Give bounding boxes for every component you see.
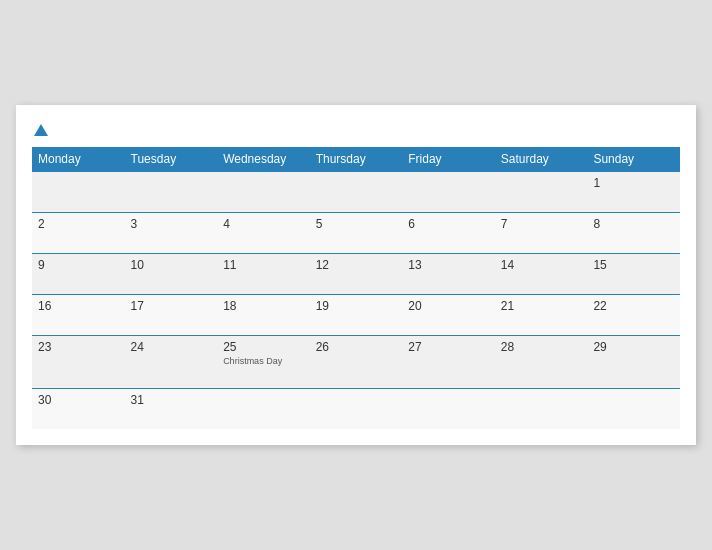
day-cell: 24	[125, 336, 218, 389]
day-cell: 28	[495, 336, 588, 389]
calendar: MondayTuesdayWednesdayThursdayFridaySatu…	[16, 105, 696, 446]
day-cell	[310, 389, 403, 430]
weekday-header-thursday: Thursday	[310, 147, 403, 172]
day-cell: 9	[32, 254, 125, 295]
calendar-table: MondayTuesdayWednesdayThursdayFridaySatu…	[32, 147, 680, 429]
day-cell: 27	[402, 336, 495, 389]
week-row-6: 3031	[32, 389, 680, 430]
day-cell: 31	[125, 389, 218, 430]
day-cell: 1	[587, 172, 680, 213]
week-row-5: 232425Christmas Day26272829	[32, 336, 680, 389]
day-cell: 20	[402, 295, 495, 336]
day-number: 28	[501, 340, 582, 354]
week-row-2: 2345678	[32, 213, 680, 254]
day-number: 2	[38, 217, 119, 231]
day-cell: 19	[310, 295, 403, 336]
day-number: 1	[593, 176, 674, 190]
day-number: 17	[131, 299, 212, 313]
day-cell	[495, 389, 588, 430]
day-cell: 22	[587, 295, 680, 336]
day-cell: 18	[217, 295, 310, 336]
day-number: 4	[223, 217, 304, 231]
day-number: 8	[593, 217, 674, 231]
day-number: 24	[131, 340, 212, 354]
day-number: 22	[593, 299, 674, 313]
week-row-3: 9101112131415	[32, 254, 680, 295]
day-number: 12	[316, 258, 397, 272]
day-number: 20	[408, 299, 489, 313]
day-number: 16	[38, 299, 119, 313]
day-cell: 13	[402, 254, 495, 295]
day-number: 19	[316, 299, 397, 313]
day-cell: 30	[32, 389, 125, 430]
weekday-header-wednesday: Wednesday	[217, 147, 310, 172]
day-number: 31	[131, 393, 212, 407]
weekday-header-row: MondayTuesdayWednesdayThursdayFridaySatu…	[32, 147, 680, 172]
day-cell	[217, 172, 310, 213]
day-cell: 25Christmas Day	[217, 336, 310, 389]
day-number: 29	[593, 340, 674, 354]
day-cell	[32, 172, 125, 213]
day-cell: 17	[125, 295, 218, 336]
day-number: 11	[223, 258, 304, 272]
weekday-header-saturday: Saturday	[495, 147, 588, 172]
day-number: 10	[131, 258, 212, 272]
day-number: 18	[223, 299, 304, 313]
day-cell: 26	[310, 336, 403, 389]
day-number: 15	[593, 258, 674, 272]
day-cell: 16	[32, 295, 125, 336]
day-number: 25	[223, 340, 304, 354]
day-number: 30	[38, 393, 119, 407]
day-cell	[310, 172, 403, 213]
day-cell: 5	[310, 213, 403, 254]
day-cell: 2	[32, 213, 125, 254]
day-number: 9	[38, 258, 119, 272]
day-cell	[402, 172, 495, 213]
day-number: 23	[38, 340, 119, 354]
calendar-header	[32, 121, 680, 138]
day-number: 27	[408, 340, 489, 354]
day-cell: 12	[310, 254, 403, 295]
day-number: 7	[501, 217, 582, 231]
logo	[32, 121, 48, 138]
weekday-header-sunday: Sunday	[587, 147, 680, 172]
day-cell: 10	[125, 254, 218, 295]
day-cell	[495, 172, 588, 213]
day-cell: 21	[495, 295, 588, 336]
logo-triangle-icon	[34, 124, 48, 136]
day-cell: 29	[587, 336, 680, 389]
weekday-header-tuesday: Tuesday	[125, 147, 218, 172]
day-number: 13	[408, 258, 489, 272]
day-cell	[217, 389, 310, 430]
day-cell: 4	[217, 213, 310, 254]
day-cell: 3	[125, 213, 218, 254]
day-cell: 15	[587, 254, 680, 295]
holiday-label: Christmas Day	[223, 356, 304, 366]
weekday-header-friday: Friday	[402, 147, 495, 172]
day-cell: 6	[402, 213, 495, 254]
day-cell	[402, 389, 495, 430]
day-number: 21	[501, 299, 582, 313]
logo-blue-text	[32, 121, 48, 138]
week-row-4: 16171819202122	[32, 295, 680, 336]
day-number: 14	[501, 258, 582, 272]
day-number: 5	[316, 217, 397, 231]
day-number: 3	[131, 217, 212, 231]
day-cell: 8	[587, 213, 680, 254]
day-cell: 11	[217, 254, 310, 295]
day-cell	[125, 172, 218, 213]
week-row-1: 1	[32, 172, 680, 213]
day-cell	[587, 389, 680, 430]
weekday-header-monday: Monday	[32, 147, 125, 172]
day-number: 26	[316, 340, 397, 354]
day-cell: 14	[495, 254, 588, 295]
day-cell: 7	[495, 213, 588, 254]
day-cell: 23	[32, 336, 125, 389]
day-number: 6	[408, 217, 489, 231]
